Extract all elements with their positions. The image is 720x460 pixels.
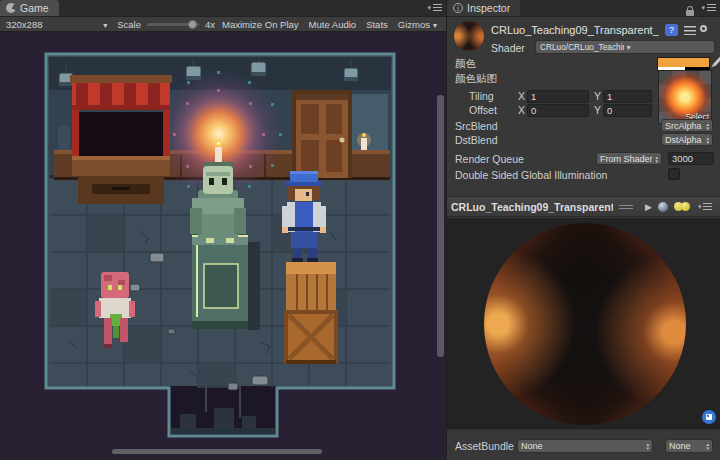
preview-light-icon[interactable] xyxy=(658,202,668,212)
shader-label: Shader xyxy=(491,42,525,54)
preview-header[interactable]: CRLuo_Teaching09_Transparent_Cu ▾ xyxy=(447,196,720,217)
color-map-label: 颜色贴图 xyxy=(455,72,497,86)
chevron-down-icon xyxy=(103,19,107,30)
statue-head xyxy=(203,166,233,194)
scale-slider-thumb[interactable] xyxy=(188,20,197,29)
color-swatch-main xyxy=(658,58,709,67)
game-tabbar: Game ▾ xyxy=(0,0,446,17)
render-queue-mode-dropdown[interactable]: From Shader xyxy=(596,152,662,165)
help-icon[interactable]: ? xyxy=(665,24,678,36)
mute-audio-button[interactable]: Mute Audio xyxy=(304,19,362,30)
offset-y-label: Y xyxy=(594,104,601,116)
chevron-down-icon: ▾ xyxy=(698,203,702,210)
offset-label: Offset xyxy=(469,104,497,116)
tiling-x-input[interactable] xyxy=(527,90,589,103)
scale-slider[interactable] xyxy=(147,23,199,26)
game-pane-menu-button[interactable]: ▾ xyxy=(427,4,442,11)
preview-menu-button[interactable]: ▾ xyxy=(698,203,713,210)
eyedropper-icon[interactable] xyxy=(713,56,720,66)
maximize-on-play-button[interactable]: Maximize On Play xyxy=(217,19,304,30)
render-queue-label: Render Queue xyxy=(455,153,524,165)
srcblend-dropdown[interactable]: SrcAlpha xyxy=(661,119,713,132)
srcblend-label: SrcBlend xyxy=(455,120,498,132)
play-icon[interactable] xyxy=(645,202,652,212)
resolution-value: 320x288 xyxy=(6,19,42,30)
tab-game[interactable]: Game xyxy=(0,0,59,16)
shader-dropdown[interactable]: CRLuo/CRLuo_Teaching12_Transparent_Blend… xyxy=(535,40,715,54)
preview-title: CRLuo_Teaching09_Transparent_Cu xyxy=(451,201,613,213)
double-sided-gi-label: Double Sided Global Illumination xyxy=(455,169,607,181)
inspector-panel: Inspector ▾ CRLuo_Teaching09_Transparent… xyxy=(446,0,720,460)
pedestal-panel xyxy=(204,264,238,308)
game-view-icon xyxy=(6,3,16,13)
asset-bundle-variant-dropdown[interactable]: None xyxy=(665,439,713,453)
chevron-down-icon xyxy=(627,42,711,52)
asset-bundle-bar: AssetBundle None None xyxy=(447,429,720,460)
unity-editor: Game ▾ 320x288 Scale 4x Maximize On Play… xyxy=(0,0,720,460)
material-preview-icon xyxy=(454,21,484,51)
dstblend-dropdown[interactable]: DstAlpha xyxy=(661,133,713,146)
lock-icon[interactable] xyxy=(686,10,694,16)
color-label: 颜色 xyxy=(455,57,476,71)
tiling-label: Tiling xyxy=(469,90,494,102)
game-toolbar: 320x288 Scale 4x Maximize On Play Mute A… xyxy=(0,17,446,32)
scale-control: Scale 4x xyxy=(117,19,215,30)
crates xyxy=(286,262,336,364)
gear-icon[interactable] xyxy=(700,25,707,32)
texture-thumbnail[interactable]: Select xyxy=(658,70,712,124)
offset-y-input[interactable] xyxy=(603,104,652,117)
tiling-x-label: X xyxy=(518,90,525,102)
chevron-down-icon: ▾ xyxy=(427,4,431,11)
inspector-tabbar: Inspector ▾ xyxy=(447,0,720,17)
market-stall xyxy=(70,75,172,204)
updown-arrows-icon xyxy=(706,442,709,450)
statue-body xyxy=(198,190,238,240)
dstblend-label: DstBlend xyxy=(455,134,498,146)
double-sided-gi-checkbox[interactable] xyxy=(668,168,680,180)
resolution-dropdown[interactable]: 320x288 xyxy=(4,19,109,30)
material-preview-sphere xyxy=(484,223,686,425)
updown-arrows-icon xyxy=(646,442,649,450)
menu-lines-icon xyxy=(433,4,442,11)
scale-label: Scale xyxy=(117,19,141,30)
menu-lines-icon xyxy=(707,4,716,11)
game-panel: Game ▾ 320x288 Scale 4x Maximize On Play… xyxy=(0,0,446,460)
pedestal-shadow xyxy=(248,242,260,330)
asset-bundle-label: AssetBundle xyxy=(455,440,514,452)
asset-bundle-dropdown[interactable]: None xyxy=(517,439,653,453)
game-vertical-scrollbar[interactable] xyxy=(437,95,444,357)
candle xyxy=(215,147,222,162)
menu-lines-icon xyxy=(703,203,712,210)
chevron-down-icon xyxy=(433,19,437,30)
color-swatch[interactable] xyxy=(657,57,710,71)
material-preview-area[interactable] xyxy=(447,218,720,429)
offset-x-input[interactable] xyxy=(527,104,589,117)
inspector-icon xyxy=(453,3,463,13)
render-queue-value-input[interactable] xyxy=(668,152,714,165)
preview-spheres-icon[interactable] xyxy=(674,202,690,211)
gizmos-dropdown[interactable]: Gizmos xyxy=(393,19,442,30)
tiling-y-label: Y xyxy=(594,90,601,102)
tab-inspector[interactable]: Inspector xyxy=(447,0,520,16)
game-viewport[interactable] xyxy=(0,32,446,459)
presets-icon[interactable] xyxy=(684,26,696,35)
scale-value: 4x xyxy=(205,19,215,30)
game-toolbar-buttons: Maximize On Play Mute Audio Stats Gizmos xyxy=(217,19,442,30)
chevron-down-icon: ▾ xyxy=(701,4,705,11)
drag-handle-icon[interactable] xyxy=(619,205,633,210)
material-name: CRLuo_Teaching09_Transparent_Cutoff xyxy=(491,24,659,36)
game-horizontal-scrollbar[interactable] xyxy=(112,449,322,454)
updown-arrows-icon xyxy=(706,122,709,130)
updown-arrows-icon xyxy=(706,136,709,144)
inspector-tab-label: Inspector xyxy=(467,2,510,14)
tiling-y-input[interactable] xyxy=(603,90,652,103)
updown-arrows-icon xyxy=(655,155,658,163)
material-header: CRLuo_Teaching09_Transparent_Cutoff ? Sh… xyxy=(447,18,720,56)
game-tab-label: Game xyxy=(20,2,49,14)
door xyxy=(292,90,352,178)
asset-label-tag-icon[interactable] xyxy=(702,410,716,424)
inspector-pane-menu-button[interactable]: ▾ xyxy=(701,4,716,11)
game-scene xyxy=(0,32,446,459)
stats-button[interactable]: Stats xyxy=(361,19,393,30)
door-handle xyxy=(340,138,345,143)
